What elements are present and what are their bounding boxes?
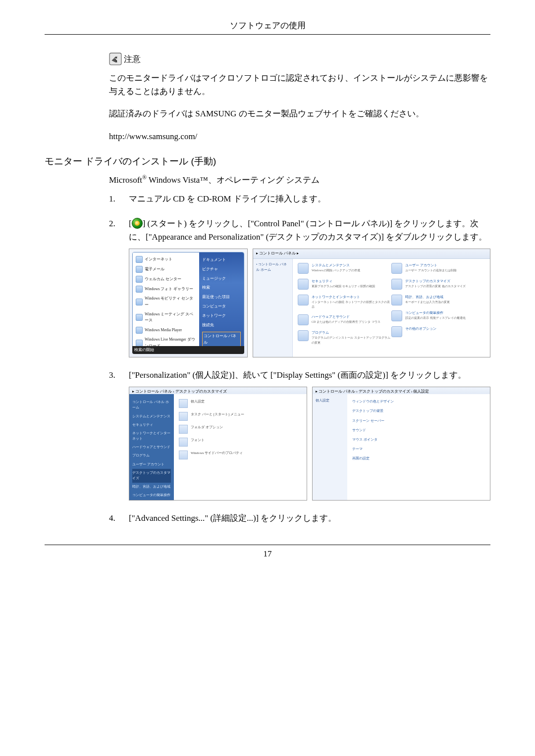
step-3: 3. ["Personalization" (個人設定)]、続いて ["Disp… [109,368,490,501]
section-intro: Microsoft® Windows Vista™、オペレーティング システム [109,174,490,186]
screenshot-control-panel: ▸ コントロール パネル ▸ • コントロール パネル ホーム システムとメンテ… [253,249,490,357]
note-url: http://www.samsung.com/ [109,130,490,143]
section-heading: モニター ドライバのインストール (手動) [45,155,490,168]
screenshot-start-menu: インターネット 電子メール ウェルカム センター Windows フォト ギャラ… [129,249,248,357]
screenshot-appearance-personalization: ▸ コントロール パネル › デスクトップのカスタマイズ コントロール パネル … [129,387,307,501]
note-icon [109,52,122,65]
screenshot-personalization: ▸ コントロール パネル › デスクトップのカスタマイズ › 個人設定 個人設定… [312,387,490,501]
note-text-2: 認証済みのドライバは SAMSUNG のモニター製品ウェブサイトをご確認ください… [109,107,490,120]
step-2: 2. [] (スタート) をクリックし、["Control Panel" (コン… [109,217,490,357]
step-1: 1. マニュアル CD を CD-ROM ドライブに挿入します。 [109,192,490,205]
note-label: 注意 [124,53,141,65]
step-4: 4. ["Advanced Settings..." (詳細設定...)] をク… [109,511,490,525]
page-header: ソフトウェアの使用 [45,20,490,35]
note-text-1: このモニタードライバはマイクロソフトロゴに認定されており、インストールがシステム… [109,71,490,98]
windows-start-icon [132,218,143,229]
page-number: 17 [45,545,490,559]
note-block: 注意 このモニタードライバはマイクロソフトロゴに認定されており、インストールがシ… [109,52,490,143]
